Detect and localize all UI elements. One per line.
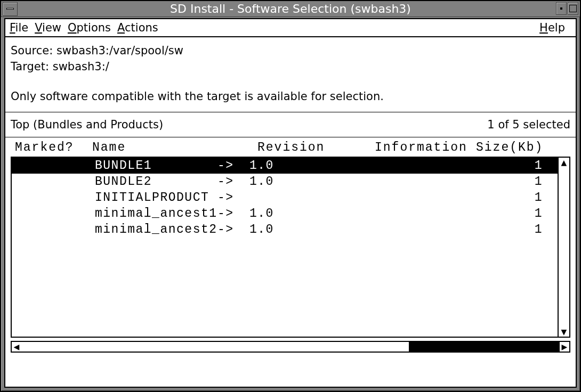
- menu-actions[interactable]: Actions: [117, 21, 158, 34]
- cell-information: [431, 222, 468, 238]
- col-information: Information: [375, 141, 476, 154]
- info-area: Source: swbash3:/var/spool/sw Target: sw…: [5, 37, 576, 112]
- system-menu-button[interactable]: [3, 2, 18, 16]
- cell-size: 1: [468, 190, 548, 206]
- menu-view[interactable]: View: [35, 21, 61, 34]
- software-list: BUNDLE1->1.01BUNDLE2->1.01INITIALPRODUCT…: [11, 157, 570, 338]
- target-label: Target:: [11, 60, 53, 73]
- breadcrumb: Top (Bundles and Products): [11, 117, 163, 133]
- cell-name: BUNDLE2: [95, 174, 217, 190]
- col-size: Size(Kb): [476, 141, 556, 154]
- scroll-right-icon[interactable]: ▶: [560, 342, 569, 352]
- cell-name: BUNDLE1: [95, 158, 217, 174]
- menu-options[interactable]: Options: [68, 21, 111, 34]
- cell-marked: [15, 222, 95, 238]
- column-headers: Marked? Name Revision Information Size(K…: [5, 137, 576, 157]
- cell-marked: [15, 174, 95, 190]
- target-line: Target: swbash3:/: [11, 59, 570, 75]
- hscroll-thumb[interactable]: [409, 342, 560, 352]
- cell-arrow: ->: [217, 206, 249, 222]
- cell-name: minimal_ancest1: [95, 206, 217, 222]
- titlebar: SD Install - Software Selection (swbash3…: [1, 1, 580, 17]
- cell-arrow: ->: [217, 190, 249, 206]
- hscroll-track[interactable]: [21, 342, 560, 352]
- scroll-down-icon[interactable]: ▼: [559, 327, 569, 337]
- list-body[interactable]: BUNDLE1->1.01BUNDLE2->1.01INITIALPRODUCT…: [12, 158, 558, 337]
- selection-count: 1 of 5 selected: [487, 117, 570, 133]
- scroll-up-icon[interactable]: ▲: [559, 158, 569, 167]
- cell-arrow: ->: [217, 158, 249, 174]
- cell-marked: [15, 158, 95, 174]
- horizontal-scrollbar[interactable]: ◀ ▶: [11, 341, 570, 353]
- vertical-scrollbar[interactable]: ▲ ▼: [558, 158, 569, 337]
- source-value: swbash3:/var/spool/sw: [57, 44, 183, 57]
- window: SD Install - Software Selection (swbash3…: [0, 0, 581, 392]
- cell-revision: 1.0: [249, 206, 431, 222]
- cell-information: [431, 190, 468, 206]
- cell-size: 1: [468, 174, 548, 190]
- cell-information: [431, 206, 468, 222]
- cell-arrow: ->: [217, 222, 249, 238]
- table-row[interactable]: INITIALPRODUCT->1: [12, 190, 558, 206]
- col-marked: Marked?: [15, 141, 92, 154]
- client-area: File View Options Actions Help Source: s…: [4, 18, 577, 388]
- status-row: Top (Bundles and Products) 1 of 5 select…: [5, 112, 576, 137]
- window-title: SD Install - Software Selection (swbash3…: [1, 2, 580, 17]
- compat-note: Only software compatible with the target…: [11, 88, 570, 104]
- cell-information: [431, 158, 468, 174]
- col-name: Name: [92, 141, 257, 154]
- table-row[interactable]: minimal_ancest2->1.01: [12, 222, 558, 238]
- cell-information: [431, 174, 468, 190]
- cell-size: 1: [468, 222, 548, 238]
- table-row[interactable]: BUNDLE1->1.01: [12, 158, 558, 174]
- menu-help[interactable]: Help: [539, 21, 565, 34]
- cell-revision: 1.0: [249, 158, 431, 174]
- scroll-track[interactable]: [559, 167, 569, 327]
- source-label: Source:: [11, 44, 57, 57]
- menu-file[interactable]: File: [10, 21, 28, 34]
- table-row[interactable]: BUNDLE2->1.01: [12, 174, 558, 190]
- menubar: File View Options Actions Help: [5, 19, 576, 37]
- cell-name: INITIALPRODUCT: [95, 190, 217, 206]
- cell-revision: [249, 190, 431, 206]
- cell-revision: 1.0: [249, 222, 431, 238]
- cell-name: minimal_ancest2: [95, 222, 217, 238]
- cell-size: 1: [468, 158, 548, 174]
- cell-marked: [15, 190, 95, 206]
- cell-marked: [15, 206, 95, 222]
- scroll-left-icon[interactable]: ◀: [12, 342, 21, 352]
- col-revision: Revision: [257, 141, 375, 154]
- cell-revision: 1.0: [249, 174, 431, 190]
- minimize-button[interactable]: [556, 2, 567, 15]
- cell-size: 1: [468, 206, 548, 222]
- cell-arrow: ->: [217, 174, 249, 190]
- maximize-button[interactable]: [568, 2, 578, 15]
- target-value: swbash3:/: [53, 60, 109, 73]
- table-row[interactable]: minimal_ancest1->1.01: [12, 206, 558, 222]
- source-line: Source: swbash3:/var/spool/sw: [11, 43, 570, 59]
